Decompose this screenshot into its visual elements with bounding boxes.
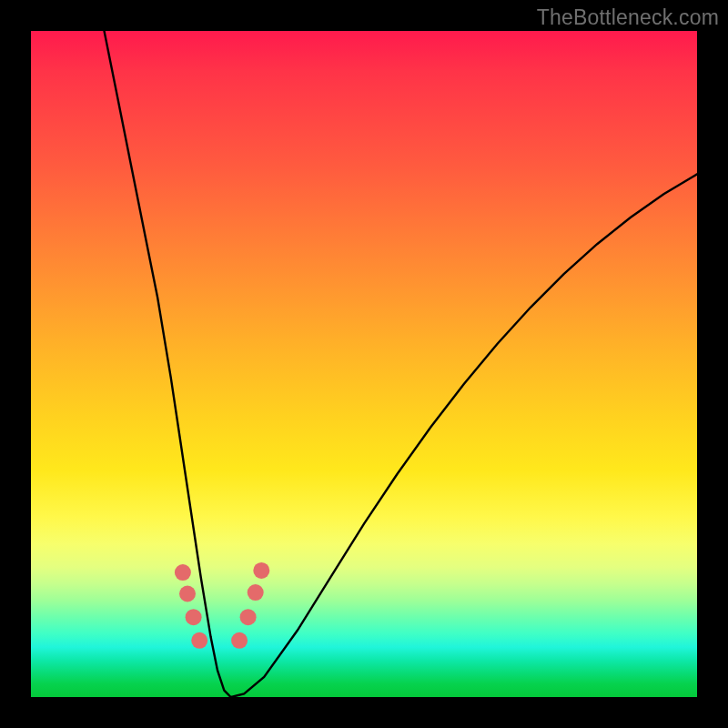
chart-frame: TheBottleneck.com <box>0 0 728 728</box>
curve-marker <box>248 584 264 601</box>
watermark-text: TheBottleneck.com <box>537 5 719 30</box>
curve-marker <box>186 609 202 625</box>
curve-layer <box>31 31 697 697</box>
curve-marker <box>231 632 248 649</box>
curve-marker <box>191 632 207 649</box>
curve-markers <box>175 562 269 649</box>
curve-marker <box>179 586 196 602</box>
curve-marker <box>175 564 191 581</box>
curve-marker <box>240 609 257 625</box>
curve-marker <box>253 562 269 579</box>
plot-area <box>31 31 697 697</box>
